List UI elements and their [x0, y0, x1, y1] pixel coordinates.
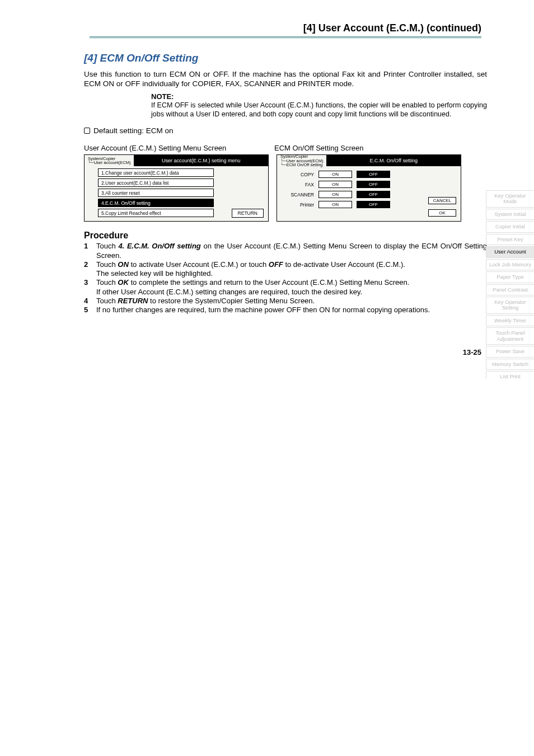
section-title: [4] ECM On/Off Setting — [84, 52, 487, 64]
crumb-line: └─ECM On/Off setting — [280, 163, 323, 167]
note-body: If ECM OFF is selected while User Accoun… — [151, 101, 487, 119]
row-label-fax: FAX — [287, 182, 314, 187]
header-underline — [90, 36, 481, 39]
step-number: 3 — [84, 278, 96, 297]
step-text: Touch 4. E.C.M. On/Off setting on the Us… — [96, 242, 487, 260]
off-button-copy[interactable]: OFF — [357, 171, 390, 178]
sidebar-tab[interactable]: Weekly Timer — [486, 315, 534, 326]
page-header: [4] User Account (E.C.M.) (continued) — [90, 22, 481, 36]
ecm-onoff-screen: System/Copier └─User account(ECM) └─ECM … — [277, 154, 461, 222]
sidebar-tab[interactable]: Paper Type — [486, 271, 534, 283]
default-setting-text: Default setting: ECM on — [93, 126, 174, 135]
return-button[interactable]: RETURN — [232, 209, 264, 218]
sidebar-tab[interactable]: Copier Initial — [486, 221, 534, 232]
sidebar-tab[interactable]: System Initial — [486, 209, 534, 220]
row-label-copy: COPY — [287, 172, 314, 177]
sidebar-tab[interactable]: Key Operator Setting — [486, 297, 534, 314]
sidebar-tab[interactable]: Lock Job Memory — [486, 259, 534, 270]
procedure-heading: Procedure — [84, 231, 487, 241]
step-text: Touch RETURN to restore the System/Copie… — [96, 297, 487, 306]
procedure-step: 2Touch ON to activate User Account (E.C.… — [84, 260, 487, 279]
menu-item-2[interactable]: 2.User account(E.C.M.) data list — [98, 179, 214, 187]
bullet-icon — [84, 128, 90, 134]
step-number: 2 — [84, 260, 96, 279]
left-screen-label: User Account (E.C.M.) Setting Menu Scree… — [84, 144, 274, 152]
step-number: 1 — [84, 242, 96, 260]
ok-button[interactable]: OK — [428, 209, 456, 217]
sidebar-tab[interactable]: Preset Key — [486, 234, 534, 245]
intro-text: Use this function to turn ECM ON or OFF.… — [84, 70, 487, 89]
chapter-sidebar: Key Operator ModeSystem InitialCopier In… — [486, 190, 534, 379]
screen-title: E.C.M. On/Off setting — [326, 155, 461, 166]
sidebar-tab[interactable]: Touch Panel Adjustment — [486, 327, 534, 345]
procedure-step: 4Touch RETURN to restore the System/Copi… — [84, 297, 487, 306]
procedure-step: 5If no further changes are required, tur… — [84, 306, 487, 314]
default-setting: Default setting: ECM on — [84, 126, 487, 135]
sidebar-tab[interactable]: Panel Contrast — [486, 284, 534, 295]
off-button-scanner[interactable]: OFF — [357, 191, 390, 198]
cancel-button[interactable]: CANCEL — [428, 197, 456, 204]
note-label: NOTE: — [151, 92, 487, 101]
menu-item-1[interactable]: 1.Change user account(E.C.M.) data — [98, 168, 214, 177]
step-text: Touch OK to complete the settings and re… — [96, 278, 487, 297]
procedure-step: 1Touch 4. E.C.M. On/Off setting on the U… — [84, 242, 487, 260]
sidebar-tab[interactable]: List Print — [486, 371, 534, 379]
step-text: If no further changes are required, turn… — [96, 306, 487, 314]
menu-item-5[interactable]: 5.Copy Limit Reached effect — [98, 209, 214, 217]
sidebar-tab[interactable]: User Account — [486, 246, 534, 257]
step-number: 5 — [84, 306, 96, 314]
right-screen-label: ECM On/Off Setting Screen — [274, 144, 363, 152]
on-button-printer[interactable]: ON — [318, 201, 352, 208]
menu-item-3[interactable]: 3.All counter reset — [98, 189, 214, 197]
screen-title: User account(E.C.M.) setting menu — [134, 155, 268, 166]
sidebar-tab[interactable]: Key Operator Mode — [486, 190, 534, 208]
page-number: 13-25 — [0, 348, 481, 356]
on-button-copy[interactable]: ON — [318, 171, 352, 178]
off-button-fax[interactable]: OFF — [357, 181, 390, 188]
step-number: 4 — [84, 297, 96, 306]
procedure-list: 1Touch 4. E.C.M. On/Off setting on the U… — [84, 242, 487, 314]
off-button-printer[interactable]: OFF — [357, 201, 390, 208]
procedure-step: 3Touch OK to complete the settings and r… — [84, 278, 487, 297]
crumb-line: └─User account(ECM) — [88, 161, 130, 165]
setting-menu-screen: System/Copier └─User account(ECM) User a… — [84, 154, 269, 222]
step-text: Touch ON to activate User Account (E.C.M… — [96, 260, 487, 279]
on-button-scanner[interactable]: ON — [318, 191, 352, 198]
menu-item-4[interactable]: 4.E.C.M. On/Off setting — [98, 199, 214, 207]
note-block: NOTE: If ECM OFF is selected while User … — [151, 92, 487, 119]
breadcrumb: System/Copier └─User account(ECM) — [85, 156, 134, 166]
sidebar-tab[interactable]: Memory Switch — [486, 359, 534, 370]
row-label-printer: Printer — [287, 202, 314, 208]
row-label-scanner: SCANNER — [287, 192, 314, 198]
on-button-fax[interactable]: ON — [318, 181, 352, 188]
sidebar-tab[interactable]: Power Save — [486, 346, 534, 357]
breadcrumb: System/Copier └─User account(ECM) └─ECM … — [277, 153, 326, 168]
